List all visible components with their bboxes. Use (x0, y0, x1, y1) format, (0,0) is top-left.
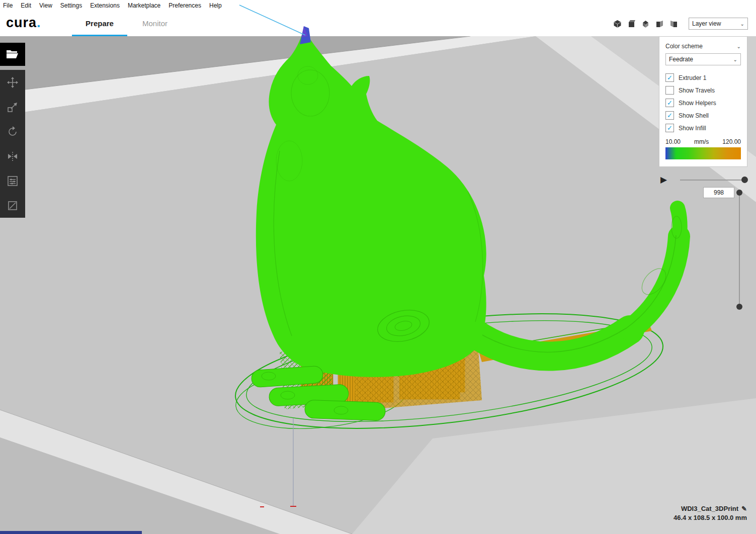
color-scheme-value: Feedrate (669, 56, 693, 63)
rotate-icon (6, 125, 19, 138)
bottom-blue-strip (0, 531, 142, 534)
color-scheme-select[interactable]: Feedrate ⌄ (665, 53, 741, 65)
menu-item-marketplace[interactable]: Marketplace (128, 2, 160, 9)
range-min: 10.00 (665, 138, 681, 145)
view-left-icon[interactable] (655, 20, 664, 28)
tab-prepare-label: Prepare (86, 19, 114, 28)
model-info: WDI3_Cat_3DPrint✎ 46.4 x 108.5 x 100.0 m… (674, 505, 747, 521)
header-right: Layer view ⌄ (613, 11, 748, 36)
feedrate-gradient-bar (665, 147, 741, 159)
playback-slider-track[interactable] (680, 180, 746, 181)
menu-item-settings[interactable]: Settings (60, 2, 82, 9)
view-top-icon[interactable] (641, 20, 650, 28)
view-front-icon[interactable] (627, 20, 636, 28)
per-model-settings-button[interactable] (0, 168, 25, 193)
tab-prepare[interactable]: Prepare (72, 11, 127, 36)
play-button[interactable]: ▶ (660, 174, 667, 185)
layer-slider-top-handle[interactable] (736, 190, 742, 196)
show-helpers-label: Show Helpers (679, 100, 716, 107)
show-shell-label: Show Shell (679, 112, 709, 119)
layer-view-panel: Color scheme ⌄ Feedrate ⌄ ✓ Extruder 1 S… (659, 36, 747, 167)
show-infill-label: Show Infill (679, 125, 706, 132)
tool-column (0, 70, 25, 218)
tab-monitor[interactable]: Monitor (127, 11, 183, 36)
model-name: WDI3_Cat_3DPrint (681, 505, 738, 512)
layer-slider-track[interactable] (739, 193, 740, 307)
app-header: cura. Prepare Monitor Layer view ⌄ (0, 11, 756, 36)
menu-item-edit[interactable]: Edit (21, 2, 31, 9)
layer-option-list: ✓ Extruder 1 Show Travels ✓ Show Helpers… (665, 71, 741, 134)
open-file-button[interactable] (0, 43, 25, 66)
playback-slider-handle[interactable] (741, 176, 748, 183)
model-dimensions: 46.4 x 108.5 x 100.0 mm (674, 514, 747, 521)
stage-tabs: Prepare Monitor (72, 11, 183, 36)
menu-bar: File Edit View Settings Extensions Marke… (0, 0, 756, 11)
mirror-icon (6, 150, 19, 163)
option-show-helpers: ✓ Show Helpers (665, 97, 741, 109)
logo-dot: . (37, 15, 41, 30)
layer-slider-bottom-handle[interactable] (736, 304, 742, 310)
show-travels-checkbox[interactable] (665, 86, 674, 95)
tab-monitor-label: Monitor (142, 19, 167, 28)
view-3d-icon[interactable] (613, 20, 622, 28)
menu-item-preferences[interactable]: Preferences (169, 2, 201, 9)
view-right-icon[interactable] (669, 20, 678, 28)
chevron-down-icon: ⌄ (733, 57, 737, 62)
range-unit: mm/s (694, 138, 709, 145)
chevron-down-icon: ⌄ (737, 44, 741, 49)
view-mode-value: Layer view (692, 20, 721, 27)
scale-icon (6, 101, 19, 114)
menu-item-help[interactable]: Help (209, 2, 222, 9)
build-plate[interactable] (0, 36, 756, 534)
move-icon (6, 76, 19, 89)
rename-pencil-icon[interactable]: ✎ (741, 505, 747, 512)
tab-active-underline (72, 35, 127, 36)
extruder1-label: Extruder 1 (679, 74, 706, 81)
menu-item-view[interactable]: View (39, 2, 52, 9)
rotate-tool-button[interactable] (0, 119, 25, 144)
color-scheme-label: Color scheme (665, 43, 703, 50)
extruder1-checkbox[interactable]: ✓ (665, 73, 674, 82)
option-show-infill: ✓ Show Infill (665, 122, 741, 134)
open-folder-icon (6, 49, 19, 60)
cura-logo: cura. (6, 15, 41, 31)
layer-number-field[interactable]: 998 (703, 187, 734, 198)
range-max: 120.00 (722, 138, 741, 145)
chevron-down-icon: ⌄ (740, 21, 744, 27)
show-helpers-checkbox[interactable]: ✓ (665, 99, 674, 107)
show-travels-label: Show Travels (679, 87, 715, 94)
per-model-settings-icon (6, 174, 19, 188)
scale-tool-button[interactable] (0, 95, 25, 119)
option-show-travels: Show Travels (665, 84, 741, 97)
mirror-tool-button[interactable] (0, 144, 25, 168)
color-scheme-header[interactable]: Color scheme ⌄ (665, 41, 741, 52)
support-blocker-icon (6, 199, 19, 212)
menu-item-file[interactable]: File (3, 2, 13, 9)
view-mode-dropdown[interactable]: Layer view ⌄ (689, 18, 748, 30)
show-shell-checkbox[interactable]: ✓ (665, 111, 674, 120)
feedrate-range-labels: 10.00 mm/s 120.00 (665, 138, 741, 145)
move-tool-button[interactable] (0, 70, 25, 95)
menu-item-extensions[interactable]: Extensions (90, 2, 120, 9)
option-show-shell: ✓ Show Shell (665, 109, 741, 122)
option-extruder1: ✓ Extruder 1 (665, 71, 741, 84)
show-infill-checkbox[interactable]: ✓ (665, 124, 674, 132)
support-blocker-button[interactable] (0, 193, 25, 218)
